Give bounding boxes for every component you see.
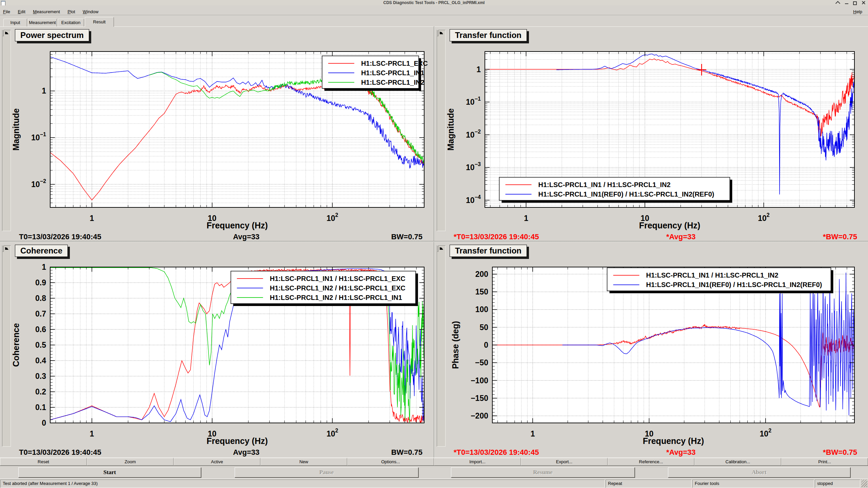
svg-text:1: 1 (531, 429, 535, 438)
menu-help[interactable]: Help (850, 9, 865, 15)
svg-text:0.2: 0.2 (35, 387, 46, 396)
plot-footer: T0=13/03/2026 19:40:45 Avg=33 BW=0.75 (19, 448, 422, 457)
arrow-up-icon (5, 32, 8, 34)
status-bar: Test aborted (after Measurement 1 / Aver… (0, 479, 868, 488)
options-button[interactable]: Options... (347, 458, 434, 466)
menu-edit[interactable]: Edit (15, 9, 28, 15)
transfer-function-magnitude-plot[interactable]: 110102110−110−210−310−4Frequency (Hz)Mag… (445, 42, 859, 232)
svg-text:H1:LSC-PRCL1_IN2: H1:LSC-PRCL1_IN2 (361, 79, 425, 86)
menu-bar: File Edit Measurement Plot Window Help (0, 5, 868, 16)
plot-title: Transfer function (450, 245, 527, 257)
power-spectrum-plot[interactable]: 110102110−110−2Frequency (Hz)MagnitudeH1… (10, 42, 429, 232)
menu-file[interactable]: File (0, 9, 13, 15)
svg-text:150: 150 (475, 287, 488, 296)
t0-label: T0=13/03/2026 19:40:45 (19, 448, 101, 457)
plot-toolbar: Reset Zoom Active New Options... Import.… (0, 458, 868, 466)
tab-result[interactable]: Result (85, 17, 114, 27)
svg-text:H1:LSC-PRCL1_IN1 / H1:LSC-PRCL: H1:LSC-PRCL1_IN1 / H1:LSC-PRCL1_IN2 (538, 181, 671, 188)
avg-label: Avg=33 (233, 232, 259, 241)
active-button[interactable]: Active (174, 458, 260, 466)
plot-footer: *T0=13/03/2026 19:40:45 *Avg=33 *BW=0.75 (454, 232, 857, 241)
pane-divider-horizontal (0, 241, 868, 242)
svg-text:100: 100 (475, 305, 488, 314)
svg-text:1: 1 (476, 65, 481, 74)
svg-text:H1:LSC-PRCL1_IN1(REF0) / H1:LS: H1:LSC-PRCL1_IN1(REF0) / H1:LSC-PRCL1_IN… (646, 281, 822, 288)
reference-button[interactable]: Reference... (608, 458, 694, 466)
arrow-up-icon (440, 32, 443, 34)
tab-measurement[interactable]: Measurement (28, 19, 57, 26)
coherence-plot[interactable]: 11010210.90.80.70.60.50.40.30.20.10Frequ… (10, 258, 429, 448)
pane-up-button[interactable] (3, 245, 4, 252)
menu-plot[interactable]: Plot (64, 9, 78, 15)
t0-label: *T0=13/03/2026 19:40:45 (454, 448, 539, 457)
plot-title: Power spectrum (15, 29, 89, 41)
menu-measurement[interactable]: Measurement (30, 9, 63, 15)
pane-scroll-strip (2, 30, 11, 231)
maximize-icon[interactable] (851, 1, 859, 5)
svg-text:102: 102 (758, 212, 770, 223)
abort-button[interactable]: Abort (668, 467, 850, 477)
export-button[interactable]: Export... (521, 458, 608, 466)
new-button[interactable]: New (260, 458, 347, 466)
svg-text:102: 102 (327, 212, 338, 223)
svg-text:−200: −200 (471, 411, 488, 420)
svg-text:50: 50 (479, 323, 488, 332)
svg-text:H1:LSC-PRCL1_EXC: H1:LSC-PRCL1_EXC (361, 60, 428, 67)
pane-divider-vertical (434, 26, 435, 458)
pane-scroll-strip (437, 245, 446, 447)
import-button[interactable]: Import... (434, 458, 521, 466)
svg-text:10−3: 10−3 (466, 161, 481, 172)
svg-text:1: 1 (90, 429, 94, 438)
shade-icon[interactable] (834, 1, 842, 5)
svg-text:0.1: 0.1 (35, 403, 46, 412)
svg-text:0.6: 0.6 (35, 325, 46, 334)
svg-text:Magnitude: Magnitude (446, 108, 455, 150)
svg-text:Frequency (Hz): Frequency (Hz) (206, 436, 268, 446)
tab-input[interactable]: Input (3, 19, 27, 26)
pause-button[interactable]: Pause (235, 467, 418, 477)
close-icon[interactable] (861, 1, 866, 5)
status-fourier-tools: Fourier tools (692, 480, 814, 488)
resize-grip-icon[interactable] (861, 480, 867, 487)
svg-text:−50: −50 (475, 358, 488, 367)
svg-text:10−1: 10−1 (31, 131, 46, 142)
svg-text:1: 1 (524, 214, 528, 223)
pane-up-button[interactable] (3, 30, 4, 36)
bw-label: BW=0.75 (391, 232, 422, 241)
pane-coherence: Coherence 11010210.90.80.70.60.50.40.30.… (0, 242, 434, 458)
svg-text:1: 1 (90, 214, 94, 223)
tab-excitation[interactable]: Excitation (58, 19, 84, 26)
pane-transfer-function-phase: Transfer function 110102200150100500−50−… (435, 242, 868, 458)
pane-scroll-strip (2, 245, 11, 447)
svg-text:0.8: 0.8 (35, 294, 46, 303)
svg-text:H1:LSC-PRCL1_IN1: H1:LSC-PRCL1_IN1 (361, 69, 425, 77)
svg-text:Frequency (Hz): Frequency (Hz) (639, 221, 701, 230)
transfer-function-phase-plot[interactable]: 110102200150100500−50−100−150−200Frequen… (445, 258, 859, 448)
calibration-button[interactable]: Calibration... (694, 458, 781, 466)
start-button[interactable]: Start (18, 467, 201, 477)
svg-text:0: 0 (42, 419, 46, 427)
resume-button[interactable]: Resume (451, 467, 635, 477)
svg-text:10−4: 10−4 (466, 194, 481, 205)
minimize-icon[interactable] (843, 1, 850, 5)
t0-label: *T0=13/03/2026 19:40:45 (454, 232, 539, 241)
window-title: CDS Diagnostic Test Tools - PRCL_OLG_inP… (0, 0, 868, 5)
t0-label: T0=13/03/2026 19:40:45 (19, 232, 101, 241)
svg-text:Frequency (Hz): Frequency (Hz) (643, 436, 704, 446)
svg-text:200: 200 (475, 270, 488, 279)
reset-button[interactable]: Reset (0, 458, 87, 466)
print-button[interactable]: Print... (781, 458, 868, 466)
arrow-up-icon (440, 247, 443, 250)
menu-window[interactable]: Window (80, 9, 101, 15)
pane-up-button[interactable] (438, 30, 438, 36)
bw-label: *BW=0.75 (823, 232, 857, 241)
plot-title: Coherence (15, 245, 68, 257)
measurement-control-row: Start Pause Resume Abort (0, 466, 868, 478)
pane-up-button[interactable] (438, 245, 438, 252)
svg-text:0.4: 0.4 (35, 356, 46, 365)
zoom-button[interactable]: Zoom (87, 458, 174, 466)
svg-text:Phase (deg): Phase (deg) (451, 321, 460, 369)
pane-transfer-function-magnitude: Transfer function 110102110−110−210−310−… (435, 26, 868, 242)
plot-title: Transfer function (450, 29, 527, 41)
svg-text:1: 1 (42, 263, 46, 271)
